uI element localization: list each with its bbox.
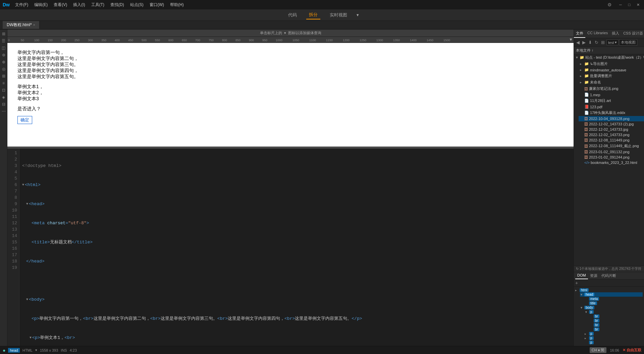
menu-insert[interactable]: 插入(I) (70, 1, 88, 9)
dom-node-br2[interactable]: br (589, 318, 643, 323)
file-2022-png4[interactable]: 🖼 2022-12-02_143733.png (579, 132, 644, 137)
file-2022-png5[interactable]: 🖼 2022-12-08_111449.png (579, 137, 644, 143)
dom-tree: ▸ html ▼ head meta (574, 287, 644, 346)
file-tree-export[interactable]: ▸ 📁 ↳导出图片 (579, 61, 644, 67)
close-button[interactable]: ✕ (635, 1, 641, 8)
code-content[interactable]: <!doctype html> ▼<html> ▼<head> <meta ch… (19, 149, 574, 346)
dom-arrow-html: ▸ (575, 289, 579, 292)
file-lian[interactable]: 🖼 廉家尔笔记法.png (579, 85, 644, 92)
file-eddx[interactable]: 📄 17种头脑风暴法.eddx (579, 110, 644, 116)
file-art[interactable]: 📄 11月28日.art (579, 98, 644, 104)
menu-find[interactable]: 查找(D) (108, 1, 127, 9)
dom-node-br1[interactable]: br (589, 314, 643, 318)
live-view-button[interactable]: 实时视图 (327, 11, 350, 19)
menu-file[interactable]: 文件(F) (12, 1, 31, 9)
preview-button-link[interactable]: 确定 (20, 117, 29, 122)
cursor-pos: 4:23 (70, 348, 77, 352)
dom-node-title[interactable]: title (585, 301, 643, 305)
folder-arrow-batch[interactable]: ▸ (580, 74, 583, 78)
folder-arrow-autosave[interactable]: ▸ (580, 68, 583, 72)
file-mep[interactable]: 📄 1.mep (579, 92, 644, 98)
dom-tab-resources[interactable]: 资源 (588, 272, 599, 279)
settings-icon[interactable]: ⚙ (607, 2, 612, 7)
dom-node-br3[interactable]: br (589, 323, 643, 327)
dom-node-meta[interactable]: meta (585, 297, 643, 301)
preview-button[interactable]: 确定 (17, 116, 32, 124)
dom-node-head[interactable]: ▼ head (580, 292, 643, 297)
folder-arrow-unnamed[interactable]: ▸ (580, 80, 583, 84)
maximize-button[interactable]: □ (626, 1, 633, 8)
dom-tag-p4: p (589, 341, 594, 344)
menu-view[interactable]: 查看(V) (51, 1, 70, 9)
dom-add-icon[interactable]: + (575, 280, 578, 286)
sidebar-icon-7[interactable]: ⊞ (1, 73, 7, 79)
dom-node-p3[interactable]: ▸ p (585, 336, 643, 340)
file-tree-autosave[interactable]: ▸ 📁 mindmaster_autosave (579, 67, 644, 73)
right-toolbar-back[interactable]: ◀ (575, 40, 581, 45)
dom-node-p4[interactable]: p (585, 340, 643, 345)
right-tab-files[interactable]: 文件 (574, 30, 585, 38)
file-2022-jiezhi[interactable]: 🖼 2022-12-08_111449_截止.png (579, 143, 644, 149)
sidebar-icon-5[interactable]: ⊕ (1, 59, 7, 65)
folder-arrow-root[interactable]: ▼ (575, 56, 579, 59)
view-dropdown[interactable]: ▾ (357, 12, 359, 17)
sidebar-icon-1[interactable]: ⊞ (1, 31, 7, 37)
tab-close-icon[interactable]: × (33, 23, 35, 27)
minimize-button[interactable]: ─ (617, 1, 624, 8)
dom-tab-snippets[interactable]: 代码片断 (599, 272, 618, 279)
html-mode-dropdown[interactable]: ▾ (35, 348, 37, 352)
file-bookmarks[interactable]: </> bookmarks_2023_3_22.html (579, 160, 644, 165)
view-mode-button[interactable]: 本地视图 (619, 39, 637, 46)
right-tabs: 文件 CC Libraries 插入 CSS 设计器 (574, 30, 644, 38)
file-pdf[interactable]: 📕 123.pdf (579, 104, 644, 110)
site-dropdown[interactable]: test ▾ (606, 40, 619, 45)
dom-arrow-p1: ▼ (585, 310, 588, 314)
right-tab-insert[interactable]: 插入 (610, 30, 621, 38)
menu-edit[interactable]: 编辑(E) (32, 1, 50, 9)
file-2023-png2[interactable]: 🖼 2023-01-02_091244.png (579, 155, 644, 160)
right-toolbar-grid[interactable]: ⊞ (600, 40, 606, 45)
menu-window[interactable]: 窗口(W) (147, 1, 167, 9)
sidebar-icon-8[interactable]: ≡ (1, 80, 7, 86)
refresh-icon[interactable]: ↻ (576, 267, 579, 271)
menu-help[interactable]: 帮助(H) (167, 1, 186, 9)
dom-node-p2[interactable]: ▸ p (585, 332, 643, 336)
right-tab-css[interactable]: CSS 设计器 (621, 30, 644, 38)
dom-node-body[interactable]: ▼ body (580, 305, 643, 310)
file-tree[interactable]: ▼ 📁 站点 - test (D:\tools\桌面\work（2）\work（… (574, 54, 644, 266)
ch-badge[interactable]: CH ♦ 简 (590, 347, 607, 353)
file-tree-batch[interactable]: ▸ 📁 批量调整图片 (579, 73, 644, 79)
sidebar-icon-6[interactable]: ◎ (1, 66, 7, 72)
dom-node-p1[interactable]: ▼ p (585, 310, 643, 314)
sidebar-icon-11[interactable]: ⊟ (1, 101, 7, 107)
folder-arrow-export[interactable]: ▸ (580, 62, 583, 66)
file-tree-unnamed[interactable]: ▸ 📁 未命名 (579, 79, 644, 85)
hint-triangle-icon: ▾ (284, 31, 286, 35)
dom-node-br4[interactable]: br (589, 327, 643, 332)
file-2022-jpg2[interactable]: 🖼 2022-12-02_143733 (2).jpg (579, 121, 644, 127)
selected-tag[interactable]: head (8, 348, 19, 353)
menu-tools[interactable]: 工具(T) (89, 1, 107, 9)
right-tab-cc[interactable]: CC Libraries (585, 30, 610, 38)
dom-node-html[interactable]: ▸ html (575, 288, 643, 292)
tab-dw-html[interactable]: DW教程.html* × (3, 21, 40, 29)
file-2023-png1[interactable]: 🖼 2023-01-02_091132.png (579, 149, 644, 155)
sidebar-icon-9[interactable]: ⊡ (1, 87, 7, 93)
menu-site[interactable]: 站点(S) (127, 1, 146, 9)
sidebar-icon-10[interactable]: ◈ (1, 94, 7, 100)
code-view-button[interactable]: 代码 (285, 11, 300, 19)
file-tree-root[interactable]: ▼ 📁 站点 - test (D:\tools\桌面\work（2）\work（… (574, 54, 644, 61)
sidebar-icon-12[interactable]: ⋯ (1, 108, 7, 114)
right-toolbar-refresh[interactable]: ↻ (594, 40, 599, 45)
dom-tab-dom[interactable]: DOM (575, 272, 588, 279)
file-2022-png1[interactable]: 🖼 2022-10-04_093128.png (579, 116, 644, 121)
right-toolbar-down[interactable]: ⬇ (587, 40, 593, 45)
file-2022-jpg3[interactable]: 🖼 2022-12-02_143733.jpg (579, 127, 644, 132)
sidebar-icon-3[interactable]: ◫ (1, 45, 7, 51)
right-toolbar-fwd[interactable]: ▶ (581, 40, 587, 45)
file-icon-pdf: 📕 (584, 105, 589, 109)
split-view-button[interactable]: 拆分 (306, 11, 320, 19)
sidebar-icon-4[interactable]: ⊛ (1, 52, 7, 58)
sidebar-icon-2[interactable]: ☰ (1, 38, 7, 44)
code-line-2: ▼<html> (22, 182, 571, 188)
